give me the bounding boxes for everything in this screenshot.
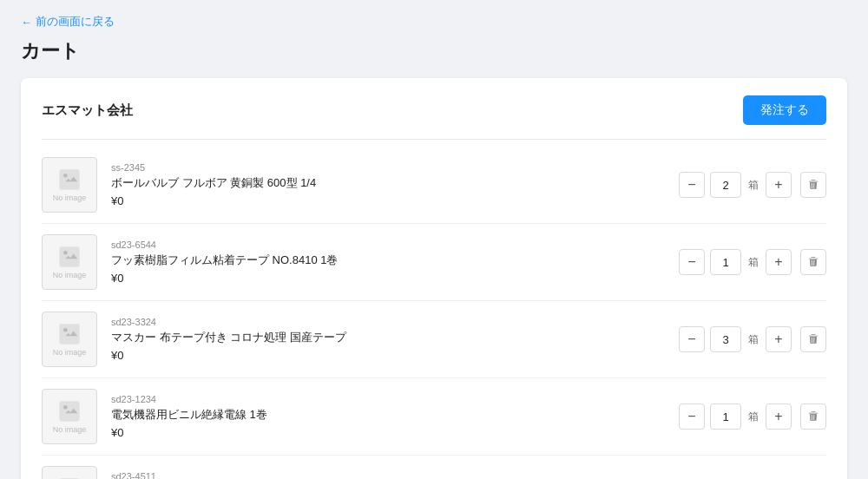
cart-items-list: No image ss-2345 ボールバルブ フルボア 黄銅製 600型 1/… bbox=[42, 147, 826, 479]
qty-unit: 箱 bbox=[748, 410, 759, 424]
qty-value: 3 bbox=[710, 326, 741, 352]
qty-increase-button[interactable]: + bbox=[766, 404, 792, 430]
qty-decrease-button[interactable]: − bbox=[679, 326, 705, 352]
item-image: No image bbox=[42, 466, 97, 479]
qty-unit: 箱 bbox=[748, 178, 759, 193]
qty-increase-button[interactable]: + bbox=[766, 249, 792, 275]
cart-item: No image ss-2345 ボールバルブ フルボア 黄銅製 600型 1/… bbox=[42, 147, 826, 224]
item-image: No image bbox=[42, 157, 97, 213]
delete-button[interactable] bbox=[800, 172, 826, 198]
svg-point-5 bbox=[63, 328, 68, 332]
item-info: sd23-1234 電気機器用ビニル絶縁電線 1巻 ¥0 bbox=[111, 394, 679, 439]
cart-item: No image sd23-1234 電気機器用ビニル絶縁電線 1巻 ¥0 − … bbox=[42, 378, 826, 456]
delete-button[interactable] bbox=[800, 326, 826, 352]
svg-point-7 bbox=[63, 405, 68, 410]
cart-item: No image sd23-3324 マスカー 布テープ付き コロナ処理 国産テ… bbox=[42, 301, 826, 378]
qty-decrease-button[interactable]: − bbox=[679, 249, 705, 275]
qty-value: 1 bbox=[710, 404, 741, 430]
qty-unit: 箱 bbox=[748, 332, 759, 347]
image-placeholder-icon bbox=[57, 322, 82, 346]
item-sku: sd23-3324 bbox=[111, 317, 679, 327]
item-controls: − 1 箱 + bbox=[679, 404, 826, 430]
item-controls: − 3 箱 + bbox=[679, 326, 826, 352]
card-header: エスマット会社 発注する bbox=[42, 95, 826, 125]
cart-item: No image sd23-6544 フッ素樹脂フィルム粘着テープ NO.841… bbox=[42, 224, 826, 301]
qty-decrease-button[interactable]: − bbox=[679, 172, 705, 198]
qty-value: 2 bbox=[710, 172, 741, 198]
header-divider bbox=[42, 139, 826, 140]
no-image-label: No image bbox=[53, 194, 87, 202]
qty-increase-button[interactable]: + bbox=[766, 326, 792, 352]
no-image-label: No image bbox=[53, 425, 87, 434]
cart-item: No image sd23-4511 スイッチング・パワーサプライ S8VS 1… bbox=[42, 456, 826, 479]
delete-button[interactable] bbox=[800, 249, 826, 275]
delete-button[interactable] bbox=[800, 404, 826, 430]
item-info: sd23-6544 フッ素樹脂フィルム粘着テープ NO.8410 1巻 ¥0 bbox=[111, 240, 679, 285]
no-image-label: No image bbox=[53, 271, 87, 279]
item-name: マスカー 布テープ付き コロナ処理 国産テープ bbox=[111, 330, 679, 345]
back-link[interactable]: ← 前の画面に戻る bbox=[21, 14, 115, 30]
item-info: ss-2345 ボールバルブ フルボア 黄銅製 600型 1/4 ¥0 bbox=[111, 162, 679, 207]
svg-point-1 bbox=[63, 174, 68, 178]
page-title: カート bbox=[21, 38, 847, 64]
item-info: sd23-4511 スイッチング・パワーサプライ S8VS 1台 ¥0 bbox=[111, 471, 679, 479]
trash-icon bbox=[807, 179, 819, 191]
item-sku: ss-2345 bbox=[111, 162, 679, 173]
trash-icon bbox=[807, 410, 819, 423]
item-price: ¥0 bbox=[111, 426, 679, 439]
item-price: ¥0 bbox=[111, 272, 679, 285]
item-controls: − 1 箱 + bbox=[679, 249, 826, 275]
image-placeholder-icon bbox=[57, 245, 82, 269]
back-arrow-icon: ← bbox=[21, 16, 32, 29]
image-placeholder-icon bbox=[57, 399, 82, 423]
item-image: No image bbox=[42, 312, 97, 367]
item-name: ボールバルブ フルボア 黄銅製 600型 1/4 bbox=[111, 175, 679, 191]
company-name: エスマット会社 bbox=[42, 102, 133, 119]
item-sku: sd23-1234 bbox=[111, 394, 679, 404]
item-price: ¥0 bbox=[111, 194, 679, 207]
trash-icon bbox=[807, 333, 819, 345]
qty-value: 1 bbox=[710, 249, 741, 275]
qty-decrease-button[interactable]: − bbox=[679, 404, 705, 430]
item-name: フッ素樹脂フィルム粘着テープ NO.8410 1巻 bbox=[111, 253, 679, 268]
item-image: No image bbox=[42, 234, 97, 290]
trash-icon bbox=[807, 256, 819, 268]
item-controls: − 2 箱 + bbox=[679, 172, 826, 198]
no-image-label: No image bbox=[53, 348, 87, 357]
item-image: No image bbox=[42, 389, 97, 444]
qty-increase-button[interactable]: + bbox=[766, 172, 792, 198]
svg-point-3 bbox=[63, 251, 68, 255]
item-info: sd23-3324 マスカー 布テープ付き コロナ処理 国産テープ ¥0 bbox=[111, 317, 679, 362]
item-sku: sd23-6544 bbox=[111, 240, 679, 250]
order-button[interactable]: 発注する bbox=[743, 95, 826, 125]
back-link-label: 前の画面に戻る bbox=[36, 14, 115, 30]
item-sku: sd23-4511 bbox=[111, 471, 679, 479]
image-placeholder-icon bbox=[57, 167, 82, 192]
qty-unit: 箱 bbox=[748, 255, 759, 270]
item-price: ¥0 bbox=[111, 349, 679, 362]
cart-card: エスマット会社 発注する No image ss-2345 ボールバルブ フルボ… bbox=[21, 78, 847, 479]
item-name: 電気機器用ビニル絶縁電線 1巻 bbox=[111, 407, 679, 423]
